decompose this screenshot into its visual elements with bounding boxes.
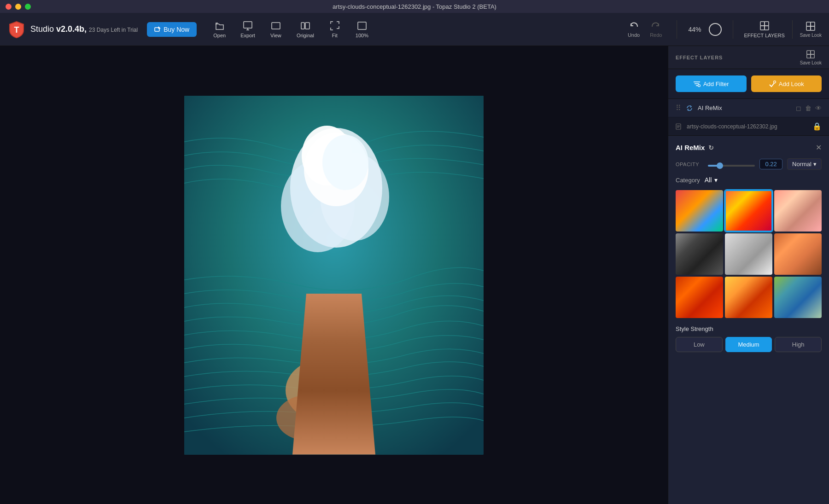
main-content: EFFECT LAYERS Save Look (0, 46, 829, 504)
svg-line-28 (341, 304, 357, 399)
opacity-slider[interactable] (708, 165, 755, 167)
style-thumb-4[interactable] (676, 233, 723, 275)
styles-grid (676, 190, 822, 318)
right-panel: EFFECT LAYERS Save Look (668, 46, 829, 504)
minimize-button[interactable] (15, 4, 21, 10)
opacity-value[interactable]: 0.22 (759, 159, 782, 169)
blend-mode-dropdown[interactable]: Normal ▾ (787, 158, 822, 170)
style-strength-buttons: Low Medium High (676, 337, 822, 352)
drag-handle-icon: ⠿ (676, 104, 681, 112)
opacity-control: OPACITY 0.22 Normal ▾ (676, 158, 822, 170)
svg-line-26 (327, 307, 348, 401)
strength-high-label: High (792, 341, 805, 348)
svg-line-27 (334, 305, 352, 400)
open-icon (215, 21, 225, 31)
undo-redo-group: Undo Redo (624, 19, 666, 40)
opacity-label: OPACITY (676, 162, 703, 167)
svg-point-21 (322, 135, 368, 190)
toolbar: T Studio v2.0.4b, 23 Days Left in Trial … (0, 13, 829, 46)
svg-rect-32 (807, 50, 811, 54)
zoom100-icon (357, 21, 367, 31)
category-value: All (705, 176, 712, 184)
toolbar-separator (677, 20, 677, 39)
style-thumb-9[interactable] (774, 277, 822, 318)
save-look-label: Save Look (800, 33, 822, 38)
save-look-button[interactable]: Save Look (800, 21, 822, 38)
add-look-label: Add Look (779, 81, 804, 87)
title-bar: artsy-clouds-conceptual-1262302.jpg - To… (0, 0, 829, 13)
remix-settings-panel: AI ReMix ↻ ✕ OPACITY 0.22 Normal ▾ Cat (668, 136, 829, 504)
layer-item-remix[interactable]: ⠿ AI ReMix ◻ 🗑 👁 (668, 99, 829, 117)
panel-action-buttons: Add Filter Add Look (668, 69, 829, 99)
refresh-icon[interactable]: ↻ (708, 144, 714, 151)
svg-rect-6 (358, 22, 366, 29)
svg-marker-22 (313, 303, 359, 409)
svg-rect-11 (806, 22, 811, 26)
blend-mode-label: Normal (792, 161, 811, 168)
toolbar-open[interactable]: Open (208, 18, 231, 41)
mask-circle-icon[interactable] (709, 23, 722, 36)
toolbar-fit[interactable]: Fit (323, 18, 346, 41)
maximize-button[interactable] (25, 4, 31, 10)
blend-mode-arrow-icon: ▾ (813, 161, 817, 168)
layer-visibility-icon[interactable]: 👁 (815, 104, 822, 112)
layer-delete-icon[interactable]: 🗑 (805, 104, 811, 112)
category-label: Category (676, 177, 700, 184)
toolbar-original[interactable]: Original (291, 18, 320, 41)
close-button[interactable] (6, 4, 12, 10)
style-thumb-3[interactable] (774, 190, 822, 232)
add-look-button[interactable]: Add Look (751, 75, 822, 92)
layer-mask-icon[interactable]: ◻ (796, 104, 801, 112)
svg-rect-2 (244, 22, 252, 28)
style-thumb-1[interactable] (676, 190, 723, 232)
toolbar-zoom100[interactable]: 100% (350, 18, 374, 41)
svg-rect-7 (760, 22, 765, 26)
canvas-area (0, 46, 668, 504)
svg-line-25 (320, 308, 343, 403)
strength-high-button[interactable]: High (775, 337, 822, 352)
undo-button[interactable]: Undo (624, 19, 643, 40)
save-look-icon (806, 21, 816, 31)
style-thumb-5[interactable] (725, 233, 772, 275)
canvas-image (184, 96, 484, 455)
redo-label: Redo (650, 32, 662, 38)
view-label: View (270, 33, 281, 38)
svg-marker-23 (313, 303, 341, 409)
effect-layers-label: EFFECT LAYERS (744, 33, 785, 38)
toolbar-export[interactable]: Export (235, 18, 261, 41)
style-thumb-2[interactable] (725, 190, 772, 232)
window-title: artsy-clouds-conceptual-1262302.jpg - To… (333, 3, 496, 10)
fit-label: Fit (332, 33, 338, 38)
redo-button[interactable]: Redo (646, 19, 666, 40)
add-filter-button[interactable]: Add Filter (676, 75, 747, 92)
export-icon (243, 21, 253, 31)
buy-now-label: Buy Now (163, 26, 189, 33)
svg-point-31 (313, 409, 359, 446)
opacity-slider-container (708, 160, 755, 168)
svg-rect-3 (272, 23, 280, 29)
strength-low-label: Low (694, 341, 705, 348)
close-remix-panel-button[interactable]: ✕ (816, 143, 822, 152)
style-thumb-8[interactable] (725, 277, 772, 318)
toolbar-separator-3 (792, 20, 793, 39)
add-look-icon (769, 80, 776, 87)
artwork-overlay (184, 96, 484, 455)
svg-text:T: T (14, 25, 19, 35)
remix-panel-header: AI ReMix ↻ ✕ (676, 143, 822, 152)
category-dropdown[interactable]: All ▾ (705, 176, 718, 184)
layer-action-icons: ◻ 🗑 👁 (796, 104, 822, 112)
svg-rect-4 (301, 23, 304, 29)
original-label: Original (297, 33, 314, 38)
export-label: Export (240, 33, 255, 38)
style-thumb-6[interactable] (774, 233, 822, 275)
style-thumb-7[interactable] (676, 277, 723, 318)
strength-low-button[interactable]: Low (676, 337, 723, 352)
strength-medium-button[interactable]: Medium (725, 337, 772, 352)
effect-layers-button[interactable]: EFFECT LAYERS (744, 21, 785, 38)
toolbar-view[interactable]: View (264, 18, 287, 41)
buy-now-button[interactable]: Buy Now (147, 22, 197, 37)
style-strength-label: Style Strength (676, 325, 822, 332)
remix-layer-icon (686, 104, 693, 112)
window-controls[interactable] (6, 4, 31, 10)
save-look-header-button[interactable]: Save Look (800, 50, 822, 65)
